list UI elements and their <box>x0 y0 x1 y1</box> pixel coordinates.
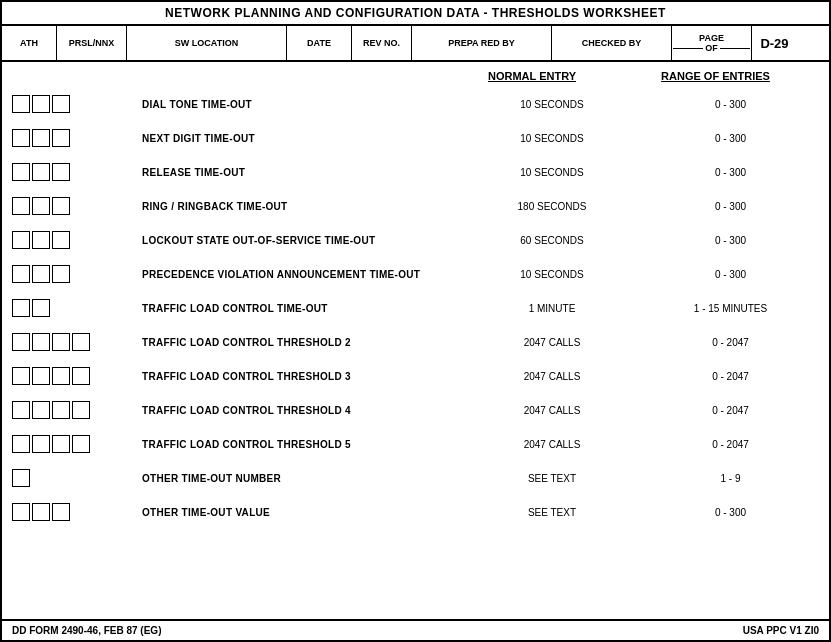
row-range-traffic-timeout: 1 - 15 MINUTES <box>642 303 819 314</box>
input-box-precedence-2[interactable] <box>52 265 70 283</box>
input-box-next-digit-1[interactable] <box>32 129 50 147</box>
row-normal-other-timeout-val: SEE TEXT <box>462 507 642 518</box>
input-box-other-timeout-num-0[interactable] <box>12 469 30 487</box>
input-box-threshold-5-3[interactable] <box>72 435 90 453</box>
input-box-dial-tone-2[interactable] <box>52 95 70 113</box>
row-label-other-timeout-num: OTHER TIME-OUT NUMBER <box>142 473 462 484</box>
row-label-threshold-3: TRAFFIC LOAD CONTROL THRESHOLD 3 <box>142 371 462 382</box>
input-box-threshold-3-2[interactable] <box>52 367 70 385</box>
row-normal-threshold-3: 2047 CALLS <box>462 371 642 382</box>
row-label-lockout: LOCKOUT STATE OUT-OF-SERVICE TIME-OUT <box>142 235 462 246</box>
table-row: TRAFFIC LOAD CONTROL TIME-OUT1 MINUTE1 -… <box>12 294 819 322</box>
input-box-next-digit-2[interactable] <box>52 129 70 147</box>
input-boxes-release <box>12 163 142 181</box>
form-name: DD FORM 2490-46, FEB 87 (EG) <box>12 625 161 636</box>
input-box-threshold-3-0[interactable] <box>12 367 30 385</box>
footer-row: DD FORM 2490-46, FEB 87 (EG) USA PPC V1 … <box>2 619 829 640</box>
header-row: ATH PRSL/NNX SW LOCATION DATE REV NO. PR… <box>2 26 829 62</box>
table-row: PRECEDENCE VIOLATION ANNOUNCEMENT TIME-O… <box>12 260 819 288</box>
header-date: DATE <box>287 26 352 60</box>
input-box-lockout-0[interactable] <box>12 231 30 249</box>
header-prepared: PREPA RED BY <box>412 26 552 60</box>
input-box-release-2[interactable] <box>52 163 70 181</box>
input-box-traffic-timeout-1[interactable] <box>32 299 50 317</box>
row-normal-other-timeout-num: SEE TEXT <box>462 473 642 484</box>
input-box-release-1[interactable] <box>32 163 50 181</box>
row-normal-dial-tone: 10 SECONDS <box>462 99 642 110</box>
input-boxes-threshold-4 <box>12 401 142 419</box>
input-box-precedence-0[interactable] <box>12 265 30 283</box>
table-row: NEXT DIGIT TIME-OUT10 SECONDS0 - 300 <box>12 124 819 152</box>
header-page: PAGE OF <box>672 26 752 60</box>
input-boxes-ring-ringback <box>12 197 142 215</box>
input-boxes-threshold-5 <box>12 435 142 453</box>
rows-container: DIAL TONE TIME-OUT10 SECONDS0 - 300NEXT … <box>12 90 819 526</box>
row-label-threshold-5: TRAFFIC LOAD CONTROL THRESHOLD 5 <box>142 439 462 450</box>
row-range-dial-tone: 0 - 300 <box>642 99 819 110</box>
input-box-threshold-4-3[interactable] <box>72 401 90 419</box>
input-box-lockout-2[interactable] <box>52 231 70 249</box>
row-normal-traffic-timeout: 1 MINUTE <box>462 303 642 314</box>
header-docnum: D-29 <box>752 26 797 60</box>
table-row: OTHER TIME-OUT VALUESEE TEXT0 - 300 <box>12 498 819 526</box>
input-box-next-digit-0[interactable] <box>12 129 30 147</box>
row-label-threshold-2: TRAFFIC LOAD CONTROL THRESHOLD 2 <box>142 337 462 348</box>
header-prsl: PRSL/NNX <box>57 26 127 60</box>
input-boxes-dial-tone <box>12 95 142 113</box>
row-range-ring-ringback: 0 - 300 <box>642 201 819 212</box>
row-label-next-digit: NEXT DIGIT TIME-OUT <box>142 133 462 144</box>
row-range-threshold-3: 0 - 2047 <box>642 371 819 382</box>
input-boxes-threshold-3 <box>12 367 142 385</box>
row-label-dial-tone: DIAL TONE TIME-OUT <box>142 99 462 110</box>
table-row: LOCKOUT STATE OUT-OF-SERVICE TIME-OUT60 … <box>12 226 819 254</box>
row-normal-threshold-4: 2047 CALLS <box>462 405 642 416</box>
input-box-dial-tone-1[interactable] <box>32 95 50 113</box>
input-box-threshold-4-0[interactable] <box>12 401 30 419</box>
input-box-precedence-1[interactable] <box>32 265 50 283</box>
content-area: NORMAL ENTRY RANGE OF ENTRIES DIAL TONE … <box>2 62 829 619</box>
input-box-ring-ringback-0[interactable] <box>12 197 30 215</box>
input-box-dial-tone-0[interactable] <box>12 95 30 113</box>
input-box-other-timeout-val-0[interactable] <box>12 503 30 521</box>
input-box-threshold-2-1[interactable] <box>32 333 50 351</box>
input-box-threshold-2-2[interactable] <box>52 333 70 351</box>
input-box-threshold-5-2[interactable] <box>52 435 70 453</box>
row-range-threshold-4: 0 - 2047 <box>642 405 819 416</box>
input-box-traffic-timeout-0[interactable] <box>12 299 30 317</box>
header-sw: SW LOCATION <box>127 26 287 60</box>
input-box-release-0[interactable] <box>12 163 30 181</box>
input-boxes-threshold-2 <box>12 333 142 351</box>
header-rev: REV NO. <box>352 26 412 60</box>
row-label-ring-ringback: RING / RINGBACK TIME-OUT <box>142 201 462 212</box>
row-range-release: 0 - 300 <box>642 167 819 178</box>
page-wrapper: NETWORK PLANNING AND CONFIGURATION DATA … <box>0 0 831 642</box>
input-box-threshold-2-0[interactable] <box>12 333 30 351</box>
row-range-lockout: 0 - 300 <box>642 235 819 246</box>
input-box-threshold-5-1[interactable] <box>32 435 50 453</box>
header-checked: CHECKED BY <box>552 26 672 60</box>
input-box-threshold-5-0[interactable] <box>12 435 30 453</box>
row-range-other-timeout-val: 0 - 300 <box>642 507 819 518</box>
input-box-threshold-3-3[interactable] <box>72 367 90 385</box>
row-normal-release: 10 SECONDS <box>462 167 642 178</box>
row-range-threshold-2: 0 - 2047 <box>642 337 819 348</box>
table-row: TRAFFIC LOAD CONTROL THRESHOLD 32047 CAL… <box>12 362 819 390</box>
input-boxes-next-digit <box>12 129 142 147</box>
input-box-threshold-3-1[interactable] <box>32 367 50 385</box>
table-row: RELEASE TIME-OUT10 SECONDS0 - 300 <box>12 158 819 186</box>
table-row: OTHER TIME-OUT NUMBERSEE TEXT1 - 9 <box>12 464 819 492</box>
row-label-other-timeout-val: OTHER TIME-OUT VALUE <box>142 507 462 518</box>
input-box-threshold-4-2[interactable] <box>52 401 70 419</box>
row-label-traffic-timeout: TRAFFIC LOAD CONTROL TIME-OUT <box>142 303 462 314</box>
input-box-other-timeout-val-2[interactable] <box>52 503 70 521</box>
input-box-threshold-4-1[interactable] <box>32 401 50 419</box>
input-box-ring-ringback-1[interactable] <box>32 197 50 215</box>
header-ath: ATH <box>2 26 57 60</box>
input-box-other-timeout-val-1[interactable] <box>32 503 50 521</box>
row-label-release: RELEASE TIME-OUT <box>142 167 462 178</box>
input-box-lockout-1[interactable] <box>32 231 50 249</box>
input-box-ring-ringback-2[interactable] <box>52 197 70 215</box>
input-boxes-other-timeout-num <box>12 469 142 487</box>
input-box-threshold-2-3[interactable] <box>72 333 90 351</box>
row-normal-threshold-5: 2047 CALLS <box>462 439 642 450</box>
